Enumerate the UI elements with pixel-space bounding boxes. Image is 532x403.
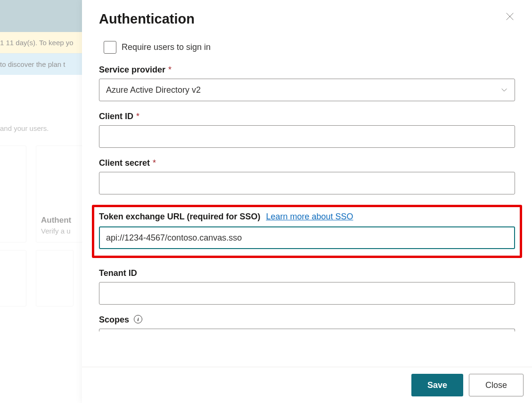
- service-provider-label: Service provider *: [99, 65, 515, 75]
- required-marker: *: [168, 65, 172, 75]
- panel-body: Require users to sign in Service provide…: [82, 32, 532, 367]
- client-secret-label: Client secret *: [99, 158, 515, 168]
- client-id-input[interactable]: [99, 125, 515, 148]
- close-icon[interactable]: [505, 11, 515, 22]
- tenant-id-group: Tenant ID: [99, 268, 515, 305]
- token-exchange-label: Token exchange URL (required for SSO) Le…: [99, 212, 515, 222]
- label-text: Client secret: [99, 158, 150, 168]
- panel-header: Authentication: [82, 0, 532, 32]
- required-marker: *: [136, 112, 139, 121]
- panel-title: Authentication: [99, 11, 195, 27]
- require-signin-row: Require users to sign in: [99, 37, 515, 65]
- authentication-panel: Authentication Require users to sign in …: [82, 0, 532, 403]
- scopes-input-partial[interactable]: [99, 329, 515, 331]
- scopes-group: Scopes i: [99, 315, 515, 331]
- tenant-id-input[interactable]: [99, 282, 515, 305]
- select-value: Azure Active Directory v2: [106, 85, 201, 95]
- label-text: Service provider: [99, 65, 165, 75]
- dim-overlay: [0, 0, 82, 403]
- client-secret-input[interactable]: [99, 172, 515, 194]
- tenant-id-label: Tenant ID: [99, 268, 515, 278]
- save-button[interactable]: Save: [411, 374, 463, 396]
- token-exchange-highlight: Token exchange URL (required for SSO) Le…: [92, 205, 522, 258]
- service-provider-group: Service provider * Azure Active Director…: [99, 65, 515, 101]
- panel-footer: Save Close: [82, 367, 532, 403]
- close-button[interactable]: Close: [469, 374, 524, 396]
- require-signin-label: Require users to sign in: [122, 42, 211, 52]
- learn-more-sso-link[interactable]: Learn more about SSO: [266, 212, 353, 222]
- token-exchange-input[interactable]: [99, 226, 515, 249]
- require-signin-checkbox[interactable]: [104, 41, 116, 54]
- label-text: Token exchange URL (required for SSO): [99, 212, 260, 222]
- label-text: Scopes: [99, 315, 129, 325]
- label-text: Tenant ID: [99, 268, 137, 278]
- scopes-label: Scopes i: [99, 315, 515, 325]
- client-secret-group: Client secret *: [99, 158, 515, 194]
- required-marker: *: [153, 158, 156, 168]
- client-id-label: Client ID *: [99, 112, 515, 121]
- chevron-down-icon: [500, 86, 508, 94]
- label-text: Client ID: [99, 112, 133, 121]
- client-id-group: Client ID *: [99, 112, 515, 148]
- info-icon[interactable]: i: [134, 315, 142, 323]
- service-provider-select[interactable]: Azure Active Directory v2: [99, 79, 515, 101]
